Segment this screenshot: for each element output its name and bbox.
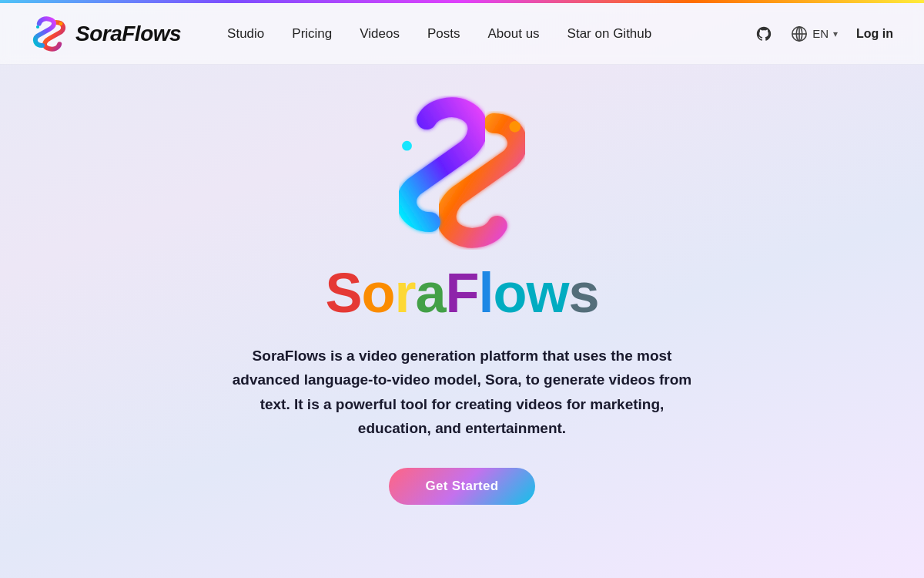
header: SoraFlows Studio Pricing Videos Posts Ab…	[0, 3, 924, 65]
github-icon-button[interactable]	[755, 25, 772, 42]
login-link[interactable]: Log in	[856, 27, 893, 41]
logo-icon	[31, 15, 68, 52]
hero-description: SoraFlows is a video generation platform…	[223, 344, 701, 440]
get-started-button[interactable]: Get Started	[389, 468, 536, 505]
header-right: EN ▾ Log in	[755, 25, 893, 42]
globe-icon	[791, 25, 808, 42]
letter-r: r	[394, 262, 415, 324]
letter-o1: o	[361, 262, 394, 324]
language-selector[interactable]: EN ▾	[791, 25, 838, 42]
svg-point-1	[36, 25, 39, 28]
letter-S: S	[325, 262, 361, 324]
svg-point-6	[509, 121, 521, 133]
letter-a: a	[415, 262, 445, 324]
letter-s2: s	[569, 262, 599, 324]
nav-pricing[interactable]: Pricing	[292, 26, 332, 42]
letter-w: w	[527, 262, 569, 324]
hero-section: SoraFlows SoraFlows is a video generatio…	[0, 65, 924, 505]
language-label: EN	[812, 27, 829, 40]
cta-area: Get Started	[389, 468, 536, 505]
nav-github-link[interactable]: Star on Github	[567, 26, 652, 42]
letter-F: F	[446, 262, 479, 324]
brand-title: SoraFlows	[325, 265, 598, 321]
letter-o2: o	[494, 262, 527, 324]
github-icon	[755, 25, 772, 42]
logo-text: SoraFlows	[75, 22, 181, 46]
main-nav: Studio Pricing Videos Posts About us Sta…	[227, 26, 755, 42]
logo-link[interactable]: SoraFlows	[31, 15, 181, 52]
chevron-down-icon: ▾	[833, 29, 838, 39]
svg-point-0	[59, 22, 63, 25]
svg-point-7	[402, 141, 412, 151]
nav-studio[interactable]: Studio	[227, 26, 264, 42]
nav-posts[interactable]: Posts	[427, 26, 460, 42]
letter-l: l	[479, 262, 494, 324]
nav-videos[interactable]: Videos	[360, 26, 400, 42]
hero-logo	[377, 88, 547, 257]
nav-about[interactable]: About us	[487, 26, 539, 42]
